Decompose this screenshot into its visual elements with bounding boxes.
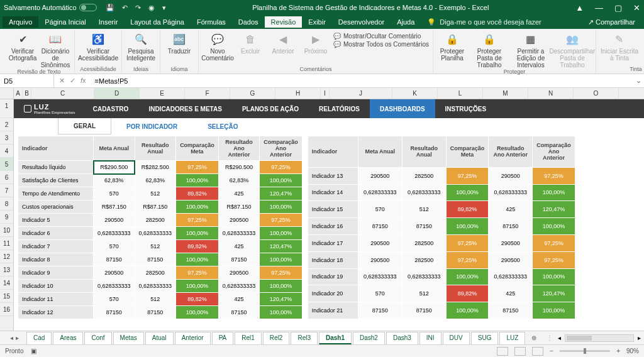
table-cell[interactable]: 87150: [358, 218, 402, 235]
table-cell[interactable]: 512: [402, 201, 446, 218]
table-cell[interactable]: 570: [94, 240, 135, 253]
table-cell[interactable]: R$282.500: [135, 161, 176, 174]
col-header-H[interactable]: H: [275, 88, 321, 99]
camera-icon[interactable]: ◉: [148, 4, 155, 12]
fx-icon[interactable]: fx: [80, 77, 86, 85]
table-cell[interactable]: R$290.500: [218, 161, 260, 174]
prev-comment-button[interactable]: ◀Anterior: [268, 31, 298, 55]
row-header-8[interactable]: 8: [0, 197, 13, 211]
table-cell[interactable]: 570: [94, 187, 135, 200]
table-cell[interactable]: 100,00%: [176, 253, 219, 266]
table-cell[interactable]: 97,25%: [533, 251, 575, 268]
table-cell[interactable]: 290500: [218, 266, 260, 280]
row-header-9[interactable]: 9: [0, 211, 13, 224]
table-cell[interactable]: Indicador 13: [308, 167, 358, 184]
table-cell[interactable]: 0,628333333: [402, 268, 446, 285]
hscroll-left-icon[interactable]: ◂: [558, 334, 561, 341]
tab-scroll-first-icon[interactable]: ◂: [10, 334, 13, 341]
table-cell[interactable]: 87150: [402, 218, 446, 235]
col-header-O[interactable]: O: [574, 88, 619, 99]
table-cell[interactable]: 100,00%: [260, 200, 303, 214]
table-cell[interactable]: 512: [402, 285, 446, 302]
sheet-tab-anterior[interactable]: Anterior: [175, 332, 211, 344]
table-row[interactable]: Indicador 757051289,82%425120,47%: [18, 240, 303, 253]
row-header-12[interactable]: 12: [0, 250, 13, 263]
table-cell[interactable]: Indicador 9: [18, 266, 94, 280]
protect-workbook-button[interactable]: 🔒Proteger Pasta de Trabalho: [470, 31, 509, 69]
sheet-tab-rel1[interactable]: Rel1: [235, 332, 262, 344]
table-cell[interactable]: 290500: [489, 251, 533, 268]
table-cell[interactable]: 97,25%: [176, 214, 219, 227]
table-cell[interactable]: 570: [94, 293, 135, 306]
zoom-level[interactable]: 90%: [626, 348, 639, 354]
pagebreak-view-button[interactable]: [532, 347, 543, 356]
table-cell[interactable]: 282500: [402, 167, 446, 184]
minimize-icon[interactable]: —: [595, 3, 603, 13]
table-cell[interactable]: Custos operacionais: [18, 200, 94, 214]
table-cell[interactable]: 62,83%: [218, 174, 260, 187]
table-cell[interactable]: 87150: [402, 302, 446, 319]
row-header-3[interactable]: 3: [0, 131, 13, 145]
subnav-geral[interactable]: GERAL: [58, 118, 111, 134]
table-cell[interactable]: 97,25%: [446, 251, 489, 268]
table-cell[interactable]: 97,25%: [260, 266, 303, 280]
table-cell[interactable]: Indicador 11: [18, 293, 94, 306]
table-row[interactable]: Indicador 60,6283333330,628333333100,00%…: [18, 227, 303, 240]
menu-help[interactable]: Ajuda: [391, 16, 421, 28]
sheet-tab-cad[interactable]: Cad: [26, 332, 52, 344]
table-cell[interactable]: Indicador 6: [18, 227, 94, 240]
table-cell[interactable]: 100,00%: [260, 253, 303, 266]
table-row[interactable]: Indicador 1829050028250097,25%29050097,2…: [308, 251, 575, 268]
table-cell[interactable]: 97,25%: [446, 234, 489, 251]
table-cell[interactable]: 62,83%: [94, 174, 135, 187]
table-cell[interactable]: 100,00%: [260, 174, 303, 187]
qat-dropdown-icon[interactable]: ▾: [162, 4, 166, 12]
translate-button[interactable]: 🔤Traduzir: [164, 31, 194, 55]
macro-record-icon[interactable]: ▣: [31, 348, 36, 354]
autosave-toggle[interactable]: Salvamento Automático: [4, 4, 97, 11]
table-cell[interactable]: Indicador 20: [308, 285, 358, 302]
table-cell[interactable]: 97,25%: [260, 161, 303, 174]
table-cell[interactable]: 290500: [358, 234, 402, 251]
table-cell[interactable]: 100,00%: [176, 306, 219, 319]
table-cell[interactable]: 89,82%: [176, 240, 219, 253]
table-cell[interactable]: 62,83%: [135, 174, 176, 187]
table-cell[interactable]: 0,628333333: [489, 268, 533, 285]
table-cell[interactable]: 100,00%: [533, 302, 575, 319]
table-cell[interactable]: 87150: [218, 306, 260, 319]
table-cell[interactable]: 0,628333333: [218, 280, 260, 293]
nav-indicadores[interactable]: INDICADORES E METAS: [138, 99, 232, 118]
nav-planos[interactable]: PLANOS DE AÇÃO: [232, 99, 309, 118]
save-icon[interactable]: 💾: [106, 4, 114, 12]
table-cell[interactable]: 290500: [358, 167, 402, 184]
nav-relatorios[interactable]: RELATÓRIOS: [309, 99, 370, 118]
sheet-tab-dash3[interactable]: Dash3: [386, 332, 418, 344]
table-cell[interactable]: 100,00%: [176, 200, 219, 214]
table-cell[interactable]: 100,00%: [533, 268, 575, 285]
showhide-comment-button[interactable]: 💬Mostrar/Ocultar Comentário: [333, 33, 429, 40]
menu-layout[interactable]: Layout da Página: [124, 16, 191, 28]
table-cell[interactable]: 89,82%: [446, 201, 489, 218]
table-cell[interactable]: 290500: [94, 266, 135, 280]
table-cell[interactable]: 0,628333333: [402, 184, 446, 201]
table-cell[interactable]: Indicador 5: [18, 214, 94, 227]
table-cell[interactable]: Indicador 8: [18, 253, 94, 266]
menu-home[interactable]: Página Inicial: [38, 16, 92, 28]
table-cell[interactable]: 290500: [358, 251, 402, 268]
menu-data[interactable]: Dados: [232, 16, 265, 28]
table-cell[interactable]: 89,82%: [176, 293, 219, 306]
next-comment-button[interactable]: ▶Próximo: [301, 31, 331, 55]
delete-comment-button[interactable]: 🗑Excluir: [235, 31, 265, 55]
sheet-tab-rel2[interactable]: Rel2: [263, 332, 290, 344]
table-cell[interactable]: 120,47%: [260, 240, 303, 253]
table-cell[interactable]: Indicador 10: [18, 280, 94, 293]
table-cell[interactable]: 87150: [489, 218, 533, 235]
table-cell[interactable]: 87150: [94, 253, 135, 266]
table-cell[interactable]: 87150: [218, 253, 260, 266]
table-cell[interactable]: 512: [135, 240, 176, 253]
table-cell[interactable]: 87150: [135, 253, 176, 266]
col-header-C[interactable]: C: [31, 88, 94, 99]
table-cell[interactable]: Indicador 12: [18, 306, 94, 319]
row-header-5[interactable]: 5: [0, 158, 13, 171]
table-cell[interactable]: 282500: [402, 251, 446, 268]
